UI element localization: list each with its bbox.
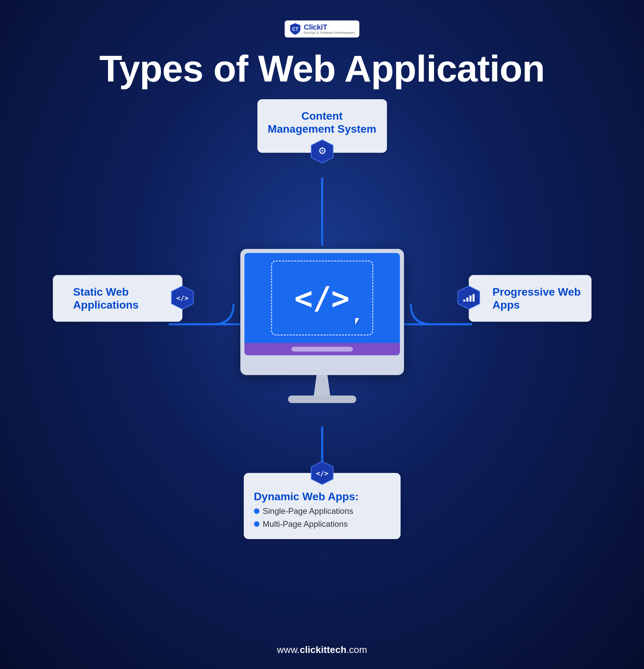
static-hex-icon: </> (169, 285, 195, 312)
code-symbol: </> (294, 280, 350, 316)
cms-hex-icon: ⚙ (309, 139, 335, 166)
diagram-area: Content Management System ⚙ Static Web A… (49, 96, 595, 556)
svg-rect-6 (463, 300, 466, 302)
footer-url-suffix: .com (346, 644, 367, 655)
svg-rect-8 (470, 296, 472, 302)
dynamic-card: </> Dynamic Web Apps: Single-Page Applic… (244, 473, 401, 539)
background: CT ClickiT DevOps & Software Development… (0, 0, 644, 669)
footer-url: www.clickittech.com (277, 644, 367, 655)
svg-text:CT: CT (292, 26, 299, 32)
cms-title: Content Management System (268, 110, 376, 135)
dynamic-hex-icon: </> (309, 460, 335, 487)
monitor-screen: </> (244, 253, 400, 355)
svg-text:⚙: ⚙ (318, 146, 326, 156)
footer-url-prefix: www. (277, 644, 300, 655)
dynamic-bullet-1: Single-Page Applications (254, 506, 390, 516)
code-box: </> (271, 260, 373, 336)
progressive-hex-icon (456, 285, 482, 312)
monitor-screen-bottom (244, 343, 400, 355)
bullet-dot-2 (254, 521, 259, 527)
svg-rect-9 (473, 294, 475, 302)
footer-url-brand: clickittech (300, 644, 346, 655)
shield-icon: CT (289, 23, 301, 35)
logo-subtitle: DevOps & Software Development (304, 31, 355, 35)
cms-card: Content Management System ⚙ (257, 99, 387, 153)
logo-area: CT ClickiT DevOps & Software Development (285, 20, 359, 38)
logo-brand: ClickiT (304, 23, 355, 31)
dynamic-bullet-2: Multi-Page Applications (254, 519, 390, 529)
cursor-icon (355, 318, 359, 325)
logo-text: ClickiT DevOps & Software Development (304, 23, 355, 35)
bullet-dot-1 (254, 508, 259, 514)
svg-rect-7 (467, 298, 469, 302)
monitor: </> (240, 249, 404, 403)
logo-badge: CT ClickiT DevOps & Software Development (285, 20, 359, 38)
svg-text:</>: </> (176, 294, 188, 302)
monitor-outer: </> (240, 249, 404, 375)
dynamic-title: Dynamic Web Apps: (254, 490, 359, 502)
page-title: Types of Web Application (99, 48, 544, 89)
static-card: Static Web Applications </> (53, 275, 182, 322)
svg-text:</>: </> (316, 469, 328, 478)
monitor-stand (309, 375, 336, 396)
svg-marker-5 (458, 286, 480, 309)
static-title: Static Web Applications (73, 286, 139, 311)
progressive-card: Progressive Web Apps (469, 275, 591, 322)
progressive-title: Progressive Web Apps (492, 286, 581, 311)
monitor-base (288, 396, 356, 403)
monitor-bar (291, 347, 353, 352)
